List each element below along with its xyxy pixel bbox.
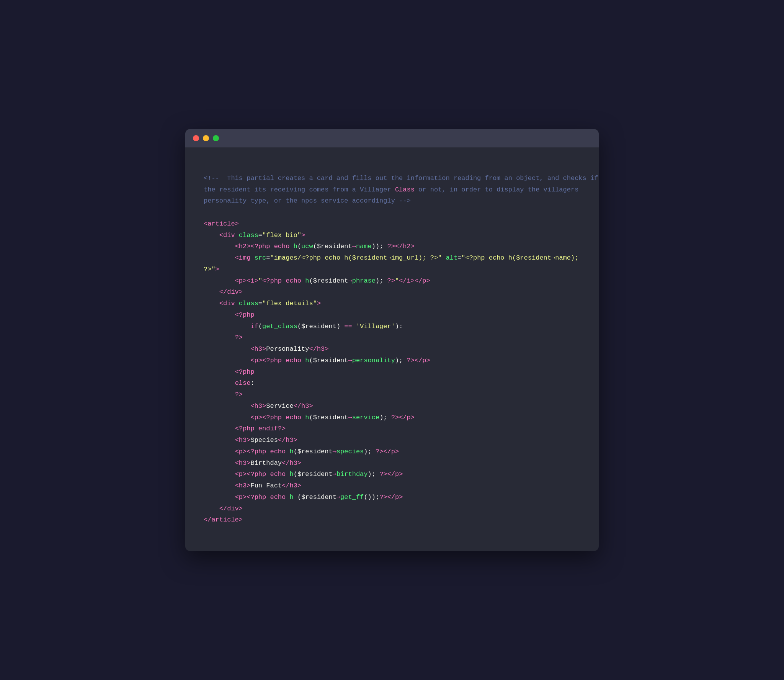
titlebar	[185, 129, 599, 147]
maximize-button[interactable]	[213, 135, 219, 141]
article-open-tag: <article>	[204, 220, 239, 227]
minimize-button[interactable]	[203, 135, 209, 141]
div-bio-open-tag: <div	[219, 232, 235, 239]
close-button[interactable]	[193, 135, 199, 141]
code-editor: <!-- This partial creates a card and fil…	[185, 147, 599, 551]
code-window: <!-- This partial creates a card and fil…	[185, 129, 599, 551]
comment-line1: <!-- This partial creates a card and fil…	[204, 175, 598, 205]
